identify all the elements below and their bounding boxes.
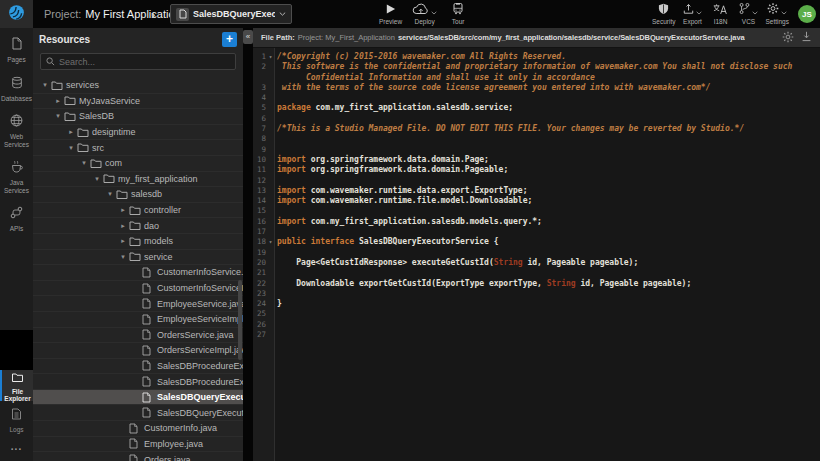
caret-down-icon[interactable]: ▾ [39,81,51,89]
app-logo[interactable] [0,0,33,28]
search-input[interactable] [59,57,230,67]
tree-row[interactable]: ▾src [33,140,243,156]
file-tree: ▾services▸MyJavaService▾SalesDB▸designti… [33,78,243,461]
caret-down-icon[interactable]: ▾ [78,159,90,167]
file-icon [142,283,157,294]
folder-icon [129,220,144,231]
line-number: 1 [253,52,266,62]
search-box[interactable] [40,53,236,70]
vcs-button[interactable]: VCS [738,3,760,25]
sidebar-item-apis[interactable]: APIs [0,205,33,233]
caret-right-icon[interactable]: ▸ [52,97,64,105]
download-file-icon[interactable] [801,31,812,44]
tree-item-label: OrdersServiceImpl.java [157,345,243,355]
code-text [275,176,277,186]
tree-row[interactable]: OrdersServiceImpl.java [33,343,243,359]
sidebar-item-web-services[interactable]: Web Services [0,113,33,148]
code-line: 15 [253,206,820,216]
line-number: 15 [253,206,266,216]
code-text: package com.my_first_application.salesdb… [275,103,513,113]
tree-row[interactable]: ▸MyJavaService [33,94,243,110]
tree-row[interactable]: ▸models [33,234,243,250]
resources-title: Resources [39,34,222,45]
tree-row[interactable]: ▾services [33,78,243,94]
code-text: import com.wavemaker.runtime.file.model.… [275,196,532,206]
settings-button[interactable]: Settings [766,3,790,25]
caret-right-icon[interactable]: ▸ [117,237,129,245]
app-artifact-dropdown[interactable]: SalesDBQueryExecu... [170,4,292,24]
tree-scrollbar[interactable] [238,280,242,360]
code-text: import org.springframework.data.domain.P… [275,165,508,175]
line-number: 19 [253,248,266,258]
fold-icon[interactable]: ▾ [266,52,275,62]
tree-row[interactable]: ▾my_first_application [33,172,243,188]
toolbar-right: Security Export I18N VCS [652,3,816,25]
sidebar-item-databases[interactable]: Databases [0,75,33,103]
fold-spacer [266,124,275,134]
tree-row[interactable]: SalesDBQueryExecutorServiceImpl.java [33,405,243,421]
sidebar-item-logs[interactable]: Logs [0,406,33,432]
tree-row[interactable]: SalesDBProcedureExecutorService.java [33,359,243,375]
editor-settings-gear-icon[interactable] [782,31,794,45]
i18n-button[interactable]: I18N [710,3,732,25]
export-button[interactable]: Export [682,3,704,25]
fold-spacer [266,103,275,113]
caret-down-icon[interactable]: ▾ [117,253,129,261]
tree-row[interactable]: ▾salesdb [33,187,243,203]
tree-row[interactable]: SalesDBQueryExecutorService.java [33,390,243,406]
fold-icon[interactable]: ▾ [266,237,275,247]
fold-spacer [266,258,275,268]
caret-down-icon[interactable]: ▾ [52,112,64,120]
tree-row[interactable]: ▸controller [33,203,243,219]
tree-row[interactable]: CustomerInfo.java [33,421,243,437]
collapse-panel-button[interactable]: « [243,30,253,44]
line-number: 27 [253,330,266,340]
sidebar-more-button[interactable]: ... [0,441,33,452]
code-text: import com.wavemaker.runtime.data.export… [275,186,527,196]
tree-row[interactable]: SalesDBProcedureExecutorServiceImpl.java [33,374,243,390]
code-line: 14import com.wavemaker.runtime.file.mode… [253,196,820,206]
line-number: 7 [253,124,266,134]
caret-down-icon[interactable]: ▾ [65,144,77,152]
tree-row[interactable]: EmployeeService.java [33,296,243,312]
caret-down-icon[interactable]: ▾ [104,190,116,198]
line-number: 21 [253,268,266,278]
line-number: 13 [253,186,266,196]
caret-down-icon[interactable]: ▾ [91,175,103,183]
tree-row[interactable]: EmployeeServiceImpl.java [33,312,243,328]
tree-row[interactable]: ▸designtime [33,125,243,141]
deploy-button[interactable]: Deploy [412,3,437,25]
caret-right-icon[interactable]: ▸ [117,222,129,230]
sidebar-item-label: Java Services [0,179,33,194]
user-avatar[interactable]: JS [798,5,816,23]
code-viewport[interactable]: 1▾/*Copyright (c) 2015-2016 wavemaker.co… [253,48,820,461]
tree-row[interactable]: CustomerInfoServiceImpl.java [33,281,243,297]
line-number: 26 [253,320,266,330]
sidebar-item-java-services[interactable]: Java Services [0,159,33,194]
caret-right-icon[interactable]: ▸ [117,206,129,214]
line-number: 5 [253,103,266,113]
tree-row[interactable]: Employee.java [33,437,243,453]
tree-row[interactable]: ▸dao [33,218,243,234]
preview-button[interactable]: Preview [379,3,402,25]
sidebar-item-pages[interactable]: Pages [0,36,33,64]
tree-row[interactable]: ▾SalesDB [33,109,243,125]
caret-right-icon[interactable]: ▸ [65,128,77,136]
tree-item-label: designtime [92,127,136,137]
line-number: 8 [253,134,266,144]
code-text: /*Copyright (c) 2015-2016 wavemaker.com … [275,52,566,62]
tree-row[interactable]: Orders.java [33,452,243,461]
sidebar-item-label: Web Services [0,133,33,148]
shield-icon [658,1,669,19]
tree-item-label: OrdersService.java [157,330,234,340]
security-button[interactable]: Security [652,3,675,25]
tree-row[interactable]: CustomerInfoService.java [33,265,243,281]
tree-row[interactable]: ▾com [33,156,243,172]
add-resource-button[interactable]: + [222,32,237,47]
tree-row[interactable]: ▾service [33,250,243,266]
tour-button[interactable]: Tour [447,3,469,25]
code-text [275,248,277,258]
tree-row[interactable]: OrdersService.java [33,328,243,344]
code-text: public interface SalesDBQueryExecutorSer… [275,237,499,247]
sidebar-item-file-explorer[interactable]: File Explorer [0,370,33,401]
